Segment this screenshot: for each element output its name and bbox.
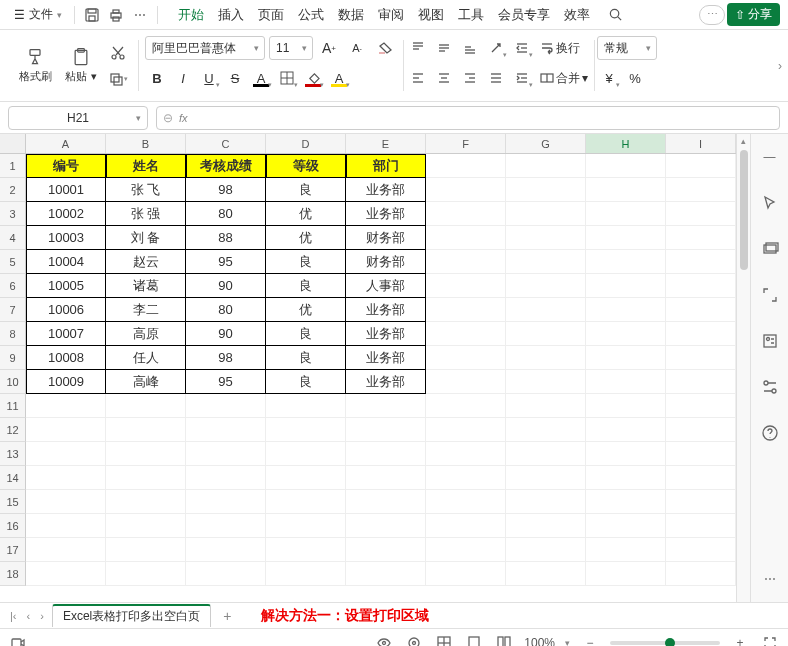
row-header[interactable]: 5: [0, 250, 26, 274]
cell[interactable]: [26, 418, 106, 442]
more-tools-icon[interactable]: ⋯: [759, 568, 781, 590]
cell[interactable]: [666, 298, 736, 322]
cell[interactable]: [106, 418, 186, 442]
cell[interactable]: [586, 538, 666, 562]
share-button[interactable]: ⇧ 分享: [727, 3, 780, 26]
border-button[interactable]: [275, 66, 299, 90]
cell[interactable]: [666, 370, 736, 394]
highlight-button[interactable]: A: [327, 66, 351, 90]
cell[interactable]: [346, 514, 426, 538]
properties-icon[interactable]: [759, 330, 781, 352]
cell[interactable]: [426, 562, 506, 586]
align-right-icon[interactable]: [458, 66, 482, 90]
cell[interactable]: 优: [266, 226, 346, 250]
row-header[interactable]: 9: [0, 346, 26, 370]
cell[interactable]: [26, 538, 106, 562]
underline-button[interactable]: U: [197, 66, 221, 90]
cell[interactable]: [506, 418, 586, 442]
cancel-formula-icon[interactable]: ⊖: [163, 111, 173, 125]
zoom-handle[interactable]: [665, 638, 675, 647]
cell[interactable]: [506, 562, 586, 586]
column-header[interactable]: F: [426, 134, 506, 153]
cell[interactable]: [186, 442, 266, 466]
cell[interactable]: 98: [186, 178, 266, 202]
cell[interactable]: 张 强: [106, 202, 186, 226]
cell[interactable]: [26, 442, 106, 466]
row-header[interactable]: 2: [0, 178, 26, 202]
cell[interactable]: [666, 322, 736, 346]
cell[interactable]: 业务部: [346, 322, 426, 346]
cell[interactable]: [506, 250, 586, 274]
paste-button[interactable]: 粘贴 ▾: [60, 37, 102, 95]
row-header[interactable]: 6: [0, 274, 26, 298]
cell[interactable]: [586, 154, 666, 178]
cell[interactable]: 部门: [346, 154, 426, 178]
fullscreen-icon[interactable]: [760, 633, 780, 647]
cell[interactable]: 业务部: [346, 202, 426, 226]
cell[interactable]: [186, 394, 266, 418]
row-header[interactable]: 14: [0, 466, 26, 490]
cell[interactable]: [586, 466, 666, 490]
scroll-up-icon[interactable]: ▴: [741, 136, 746, 146]
cell[interactable]: [106, 538, 186, 562]
cell[interactable]: [426, 322, 506, 346]
cell[interactable]: [506, 490, 586, 514]
tab-插入[interactable]: 插入: [212, 2, 250, 28]
cell[interactable]: 人事部: [346, 274, 426, 298]
tab-效率[interactable]: 效率: [558, 2, 596, 28]
cell[interactable]: [426, 538, 506, 562]
row-header[interactable]: 16: [0, 514, 26, 538]
italic-button[interactable]: I: [171, 66, 195, 90]
cell[interactable]: [586, 322, 666, 346]
cell[interactable]: [586, 490, 666, 514]
currency-button[interactable]: ¥: [597, 66, 621, 90]
select-all-corner[interactable]: [0, 134, 26, 153]
tab-公式[interactable]: 公式: [292, 2, 330, 28]
cell[interactable]: 良: [266, 346, 346, 370]
fx-icon[interactable]: fx: [179, 112, 188, 124]
cell[interactable]: [666, 466, 736, 490]
scrollbar-thumb[interactable]: [740, 150, 748, 270]
cell[interactable]: [666, 394, 736, 418]
cell[interactable]: 10003: [26, 226, 106, 250]
zoom-slider[interactable]: [610, 641, 720, 645]
cut-icon[interactable]: [106, 41, 130, 65]
cell[interactable]: [506, 538, 586, 562]
row-header[interactable]: 4: [0, 226, 26, 250]
wrap-text-button[interactable]: 换行: [536, 36, 584, 60]
cell[interactable]: [426, 394, 506, 418]
cell[interactable]: [106, 394, 186, 418]
format-painter-button[interactable]: 格式刷: [14, 37, 56, 95]
cell[interactable]: [586, 226, 666, 250]
cell[interactable]: 高原: [106, 322, 186, 346]
indent-decrease-icon[interactable]: [510, 36, 534, 60]
cell[interactable]: [106, 466, 186, 490]
tab-页面[interactable]: 页面: [252, 2, 290, 28]
cell[interactable]: 80: [186, 202, 266, 226]
cell[interactable]: 80: [186, 298, 266, 322]
cell[interactable]: [186, 538, 266, 562]
cell[interactable]: 10004: [26, 250, 106, 274]
cell[interactable]: [266, 538, 346, 562]
cell[interactable]: [586, 562, 666, 586]
column-header[interactable]: I: [666, 134, 736, 153]
font-name-select[interactable]: 阿里巴巴普惠体: [145, 36, 265, 60]
cell[interactable]: [266, 562, 346, 586]
cell[interactable]: [186, 466, 266, 490]
cell[interactable]: [266, 394, 346, 418]
cell[interactable]: [426, 226, 506, 250]
cell[interactable]: [426, 466, 506, 490]
cell[interactable]: 10005: [26, 274, 106, 298]
help-icon[interactable]: [759, 422, 781, 444]
cell[interactable]: [426, 514, 506, 538]
cell[interactable]: 财务部: [346, 250, 426, 274]
number-format-select[interactable]: 常规: [597, 36, 657, 60]
row-header[interactable]: 10: [0, 370, 26, 394]
column-header[interactable]: G: [506, 134, 586, 153]
bold-button[interactable]: B: [145, 66, 169, 90]
column-header[interactable]: D: [266, 134, 346, 153]
cell[interactable]: 10006: [26, 298, 106, 322]
merge-cells-button[interactable]: 合并 ▾: [536, 66, 592, 90]
record-icon[interactable]: [8, 633, 28, 647]
cell[interactable]: [426, 274, 506, 298]
